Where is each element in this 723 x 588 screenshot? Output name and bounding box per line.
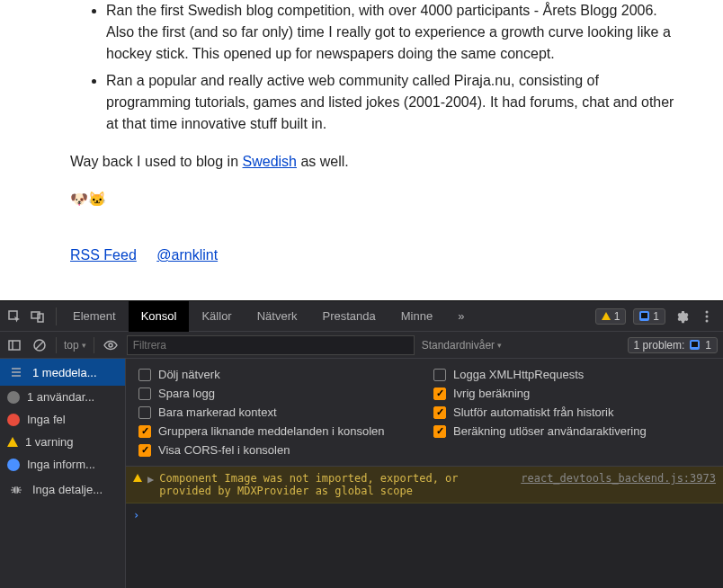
- console-sidebar: 1 meddela... 1 användar... Inga fel 1 va…: [0, 359, 126, 588]
- sidebar-item-warnings[interactable]: 1 varning: [0, 431, 125, 453]
- svg-point-10: [109, 343, 112, 347]
- svg-point-5: [706, 319, 709, 322]
- inspect-icon[interactable]: [5, 307, 23, 325]
- context-selector[interactable]: top ▾: [64, 339, 86, 352]
- log-levels-selector[interactable]: Standardnivåer ▾: [422, 339, 502, 352]
- clear-console-icon[interactable]: [31, 336, 49, 354]
- filter-input[interactable]: [127, 335, 415, 355]
- checkbox-icon: [433, 425, 446, 438]
- svg-line-9: [36, 342, 43, 349]
- console-toolbar: top ▾ Standardnivåer ▾ 1 problem: 1: [0, 332, 723, 359]
- page-content: Ran the first Swedish blog competition, …: [0, 0, 723, 300]
- list-icon: [7, 363, 25, 381]
- svg-point-4: [706, 315, 709, 317]
- setting-preserve-log[interactable]: Spara logg: [138, 387, 415, 400]
- problems-badge[interactable]: 1 problem: 1: [628, 337, 718, 353]
- checkbox-icon: [138, 369, 151, 381]
- tab-prestanda[interactable]: Prestanda: [310, 301, 388, 332]
- kebab-icon[interactable]: [698, 307, 716, 325]
- expand-arrow-icon[interactable]: ▶: [147, 473, 154, 486]
- console-log: ▶ Component Image was not imported, expo…: [126, 466, 723, 588]
- message-badge[interactable]: 1: [633, 308, 665, 325]
- tab-konsol[interactable]: Konsol: [129, 301, 190, 332]
- setting-eval-user-activation[interactable]: Beräkning utlöser användaraktivering: [433, 424, 710, 438]
- message-icon: [690, 340, 700, 350]
- setting-eager-eval[interactable]: Ivrig beräkning: [433, 387, 710, 400]
- tab-minne[interactable]: Minne: [388, 301, 445, 332]
- tab-element[interactable]: Element: [60, 301, 129, 332]
- bullet-list: Ran the first Swedish blog competition, …: [70, 0, 687, 135]
- checkbox-icon: [433, 388, 446, 400]
- paragraph: Way back I used to blog in Swedish as we…: [70, 151, 687, 173]
- svg-point-3: [706, 310, 709, 313]
- sidebar-item-info[interactable]: Inga inform...: [0, 453, 125, 476]
- console-body: 1 meddela... 1 användar... Inga fel 1 va…: [0, 359, 723, 588]
- checkbox-icon: [138, 444, 151, 457]
- setting-autocomplete-history[interactable]: Slutför automatiskt från historik: [433, 405, 710, 419]
- device-toggle-icon[interactable]: [29, 307, 47, 325]
- warning-badge[interactable]: 1: [595, 308, 627, 325]
- checkbox-icon: [433, 369, 446, 381]
- checkbox-icon: [433, 406, 446, 419]
- eye-icon[interactable]: [102, 336, 120, 354]
- tab-natverk[interactable]: Nätverk: [245, 301, 310, 332]
- sidebar-toggle-icon[interactable]: [5, 336, 23, 354]
- warning-message: Component Image was not imported, export…: [159, 472, 515, 497]
- checkbox-icon: [138, 406, 151, 419]
- setting-log-xhr[interactable]: Logga XMLHttpRequests: [433, 368, 710, 381]
- info-icon: [7, 459, 20, 471]
- sidebar-item-verbose[interactable]: Inga detalje...: [0, 476, 125, 503]
- sidebar-item-messages[interactable]: 1 meddela...: [0, 359, 125, 386]
- console-warning-row: ▶ Component Image was not imported, expo…: [126, 467, 723, 503]
- person-icon: [7, 391, 20, 404]
- twitter-link[interactable]: @arnklint: [156, 247, 218, 263]
- console-settings: Dölj nätverk Logga XMLHttpRequests Spara…: [126, 359, 723, 466]
- error-icon: [7, 414, 20, 426]
- setting-show-cors[interactable]: Visa CORS-fel i konsolen: [138, 443, 415, 457]
- svg-rect-6: [9, 341, 20, 350]
- swedish-link[interactable]: Swedish: [243, 154, 297, 169]
- list-item: Ran a popular and really active web comm…: [106, 70, 687, 135]
- checkbox-icon: [138, 425, 151, 438]
- warning-icon: [7, 437, 18, 447]
- setting-selected-context[interactable]: Bara markerad kontext: [138, 405, 415, 419]
- footer-links: RSS Feed @arnklint: [70, 245, 687, 266]
- warning-icon: [133, 474, 142, 482]
- sidebar-item-user[interactable]: 1 användar...: [0, 386, 125, 408]
- rss-link[interactable]: RSS Feed: [70, 247, 137, 263]
- tab-more[interactable]: »: [445, 301, 477, 332]
- setting-group-similar[interactable]: Gruppera liknande meddelanden i konsolen: [138, 424, 415, 438]
- sidebar-item-errors[interactable]: Inga fel: [0, 408, 125, 431]
- console-main: Dölj nätverk Logga XMLHttpRequests Spara…: [126, 359, 723, 588]
- setting-hide-network[interactable]: Dölj nätverk: [138, 368, 415, 381]
- emoji-line: 🐶🐱: [70, 189, 687, 210]
- devtools-panel: Element Konsol Källor Nätverk Prestanda …: [0, 300, 723, 588]
- message-icon: [639, 311, 649, 321]
- console-prompt[interactable]: [126, 503, 723, 527]
- devtools-tabbar: Element Konsol Källor Nätverk Prestanda …: [0, 301, 723, 332]
- checkbox-icon: [138, 388, 151, 400]
- warning-source-link[interactable]: react_devtools_backend.js:3973: [521, 472, 716, 485]
- warning-icon: [602, 312, 611, 320]
- list-item: Ran the first Swedish blog competition, …: [106, 0, 687, 65]
- tab-kallor[interactable]: Källor: [189, 301, 244, 332]
- gear-icon[interactable]: [673, 307, 691, 325]
- bug-icon: [7, 480, 25, 498]
